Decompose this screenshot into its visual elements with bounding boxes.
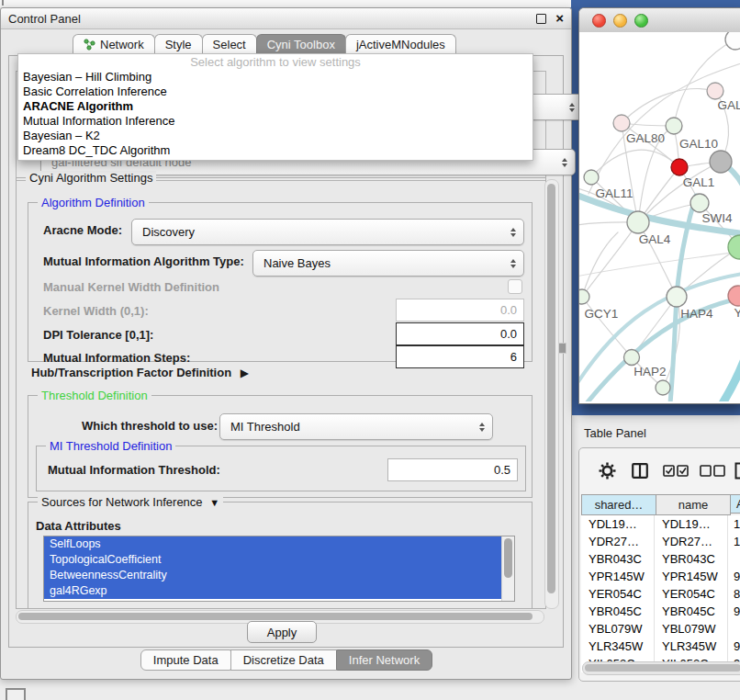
- corner-notch: [2, 0, 4, 6]
- attribute-item[interactable]: TopologicalCoefficient: [44, 552, 514, 568]
- network-node[interactable]: [666, 118, 682, 134]
- expand-right-icon: ▶: [241, 367, 249, 379]
- algorithm-item-0[interactable]: Bayesian – Hill Climbing: [18, 70, 533, 85]
- tab-cyni-toolbox-label: Cyni Toolbox: [267, 38, 335, 51]
- settings-group-title: Cyni Algorithm Settings: [26, 171, 156, 185]
- table-row[interactable]: YPR145WYPR145W9.: [581, 568, 740, 585]
- threshold-definition-title: Threshold Definition: [38, 389, 151, 402]
- network-node[interactable]: [627, 211, 649, 233]
- scrollbar-thumb[interactable]: [18, 613, 533, 620]
- network-node-label: GAL4: [639, 232, 671, 246]
- table-horizontal-scrollbar[interactable]: [582, 661, 740, 675]
- sources-group-title[interactable]: Sources for Network Inference ▼: [38, 495, 223, 509]
- network-node[interactable]: [613, 115, 630, 131]
- tab-select-label: Select: [213, 38, 246, 51]
- attribute-item[interactable]: SelfLoops: [44, 536, 514, 552]
- table-row[interactable]: YDL19…YDL19…13: [581, 515, 740, 533]
- tab-jactivemnodules[interactable]: jActiveMNodules: [345, 34, 456, 55]
- tab-cyni-toolbox[interactable]: Cyni Toolbox: [256, 34, 346, 55]
- mi-steps-field[interactable]: 6: [396, 345, 524, 368]
- split-columns-icon[interactable]: [622, 463, 658, 479]
- mi-threshold-field[interactable]: 0.5: [387, 458, 518, 481]
- scrollbar-thumb[interactable]: [585, 664, 740, 672]
- control-panel-titlebar[interactable]: Control Panel ×: [1, 8, 571, 29]
- tab-select[interactable]: Select: [202, 34, 257, 55]
- network-node[interactable]: [656, 380, 670, 395]
- node-table: shared… name A YDL19…YDL19…13 YDR27…YDR2…: [581, 494, 740, 672]
- settings-vertical-scrollbar[interactable]: [544, 179, 559, 609]
- collapse-down-icon: ▼: [209, 497, 219, 508]
- table-row[interactable]: YBR045CYBR045C9.: [581, 603, 740, 620]
- table-row[interactable]: YBR043CYBR043C: [581, 550, 740, 568]
- network-node[interactable]: [671, 159, 688, 175]
- minimized-panel-icon[interactable]: [6, 688, 26, 700]
- network-canvas[interactable]: GAL80GAL10GALGAL11GAL1SWI4GAL4GCY1HAP4YH…: [579, 32, 740, 401]
- network-node-label: Y: [734, 306, 740, 320]
- dpi-tolerance-field[interactable]: 0.0: [396, 322, 524, 345]
- table-row[interactable]: YDR27…YDR27…12: [581, 533, 740, 550]
- algorithm-item-4[interactable]: Bayesian – K2: [18, 129, 533, 143]
- tab-network[interactable]: Network: [73, 34, 155, 55]
- tab-style[interactable]: Style: [154, 34, 203, 55]
- tab-infer-network[interactable]: Infer Network: [336, 649, 432, 671]
- algorithm-definition-group: Algorithm Definition Aracne Mode: Discov…: [28, 202, 533, 362]
- attribute-item[interactable]: gal4RGexp: [44, 583, 514, 599]
- algorithm-item-3[interactable]: Mutual Information Inference: [18, 114, 533, 129]
- table-row[interactable]: YBL079WYBL079W: [581, 620, 740, 638]
- table-row[interactable]: YLR345WYLR345W9.: [581, 638, 740, 655]
- table-row[interactable]: YER054CYER054C8.: [581, 585, 740, 603]
- column-header-name[interactable]: name: [656, 494, 731, 515]
- attributes-scrollbar[interactable]: [501, 536, 514, 601]
- algorithm-item-5[interactable]: Dream8 DC_TDC Algorithm: [18, 143, 533, 158]
- table-body: YDL19…YDL19…13 YDR27…YDR27…12 YBR043CYBR…: [581, 515, 740, 672]
- zoom-traffic-light[interactable]: [634, 14, 648, 28]
- network-node[interactable]: [584, 170, 599, 185]
- manual-kernel-checkbox[interactable]: [508, 279, 522, 294]
- network-node-label: GAL11: [595, 186, 633, 200]
- network-node[interactable]: [728, 235, 740, 259]
- network-node[interactable]: [725, 32, 740, 50]
- kernel-width-field[interactable]: 0.0: [396, 299, 524, 322]
- network-node[interactable]: [579, 289, 589, 304]
- hub-section-toggle[interactable]: Hub/Transcription Factor Definition ▶: [31, 366, 249, 379]
- minimize-traffic-light[interactable]: [613, 14, 627, 28]
- which-threshold-label: Which threshold to use:: [82, 419, 218, 433]
- file-icon[interactable]: [731, 462, 740, 480]
- apply-button[interactable]: Apply: [247, 621, 317, 643]
- attribute-item[interactable]: BetweennessCentrality: [44, 568, 514, 583]
- close-traffic-light[interactable]: [592, 14, 606, 28]
- algorithm-item-2[interactable]: ARACNE Algorithm: [18, 99, 533, 114]
- mi-type-select[interactable]: Naive Bayes: [252, 250, 524, 277]
- aracne-mode-select[interactable]: Discovery: [131, 219, 524, 245]
- which-threshold-select[interactable]: MI Threshold: [219, 413, 493, 440]
- data-attributes-list[interactable]: SelfLoops TopologicalCoefficient Between…: [43, 536, 515, 602]
- network-window-titlebar[interactable]: [579, 8, 740, 33]
- mi-type-value: Naive Bayes: [263, 256, 505, 270]
- tab-discretize-data[interactable]: Discretize Data: [230, 649, 337, 671]
- network-node-label: GAL10: [679, 137, 718, 151]
- mi-threshold-label: Mutual Information Threshold:: [48, 463, 220, 477]
- network-node[interactable]: [624, 350, 640, 366]
- network-node[interactable]: [707, 83, 723, 99]
- network-node-label: GCY1: [585, 307, 619, 321]
- checked-boxes-icon[interactable]: [658, 465, 694, 477]
- tab-impute-data[interactable]: Impute Data: [140, 649, 231, 671]
- network-node[interactable]: [667, 287, 687, 307]
- close-icon[interactable]: ×: [555, 14, 564, 23]
- algorithm-item-1[interactable]: Basic Correlation Inference: [18, 85, 533, 99]
- gear-icon[interactable]: [592, 462, 622, 480]
- column-header-shared-name[interactable]: shared…: [581, 494, 656, 515]
- column-header-third[interactable]: A: [730, 494, 740, 514]
- unchecked-boxes-icon[interactable]: [693, 465, 731, 477]
- panel-splitter-handle[interactable]: [558, 343, 566, 354]
- scrollbar-thumb[interactable]: [504, 538, 512, 578]
- float-window-icon[interactable]: [536, 14, 546, 24]
- combo-arrows-icon: [569, 103, 575, 112]
- scrollbar-thumb[interactable]: [547, 184, 555, 593]
- algorithm-definition-title: Algorithm Definition: [38, 196, 149, 209]
- network-node[interactable]: [690, 194, 709, 212]
- dropdown-prompt: Select algorithm to view settings: [18, 55, 533, 70]
- combo-arrows-icon: [479, 423, 485, 432]
- tab-network-label: Network: [100, 38, 144, 51]
- network-node[interactable]: [710, 151, 732, 173]
